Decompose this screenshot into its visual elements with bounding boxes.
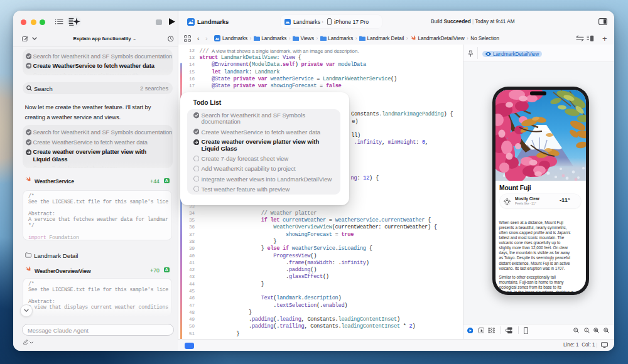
svg-text:1: 1 [585,328,587,331]
